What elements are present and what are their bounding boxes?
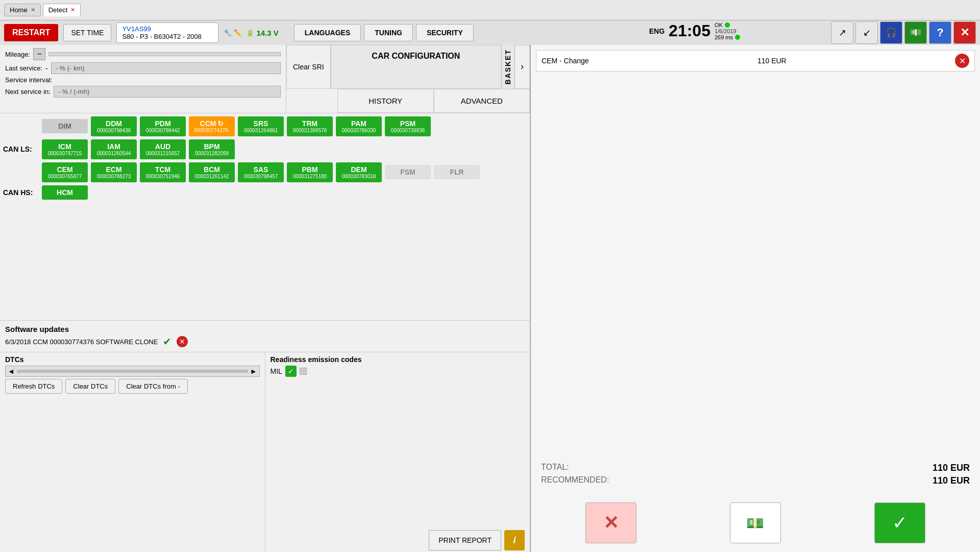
expand-basket-button[interactable]: › xyxy=(514,45,530,89)
readiness-title: Readiness emission codes xyxy=(271,355,525,364)
module-pbm-code: 000031275180 xyxy=(293,174,327,179)
module-ddm[interactable]: DDM 000030798436 xyxy=(91,116,137,136)
software-title: Software updates xyxy=(5,325,525,333)
module-section: DIM DDM 000030798436 PDM 000030798442 CC… xyxy=(0,113,530,321)
confirm-action-button[interactable]: ✓ xyxy=(874,502,925,543)
module-cem[interactable]: CEM 000030765877 xyxy=(42,162,88,182)
security-button[interactable]: SECURITY xyxy=(416,24,474,41)
module-pam[interactable]: PAM 000030786030 xyxy=(336,116,382,136)
total-row: TOTAL: 110 EUR xyxy=(541,463,970,473)
payment-button[interactable]: 💵 xyxy=(904,21,927,44)
module-psm-name: PSM xyxy=(400,119,415,128)
ok-label: OK xyxy=(715,22,723,28)
software-entry: 6/3/2018 CCM 000030774376 SOFTWARE CLONE… xyxy=(5,335,525,348)
dtc-section: DTCs ◄ ► Refresh DTCs Clear DTCs Clear D… xyxy=(0,352,265,552)
refresh-dtcs-button[interactable]: Refresh DTCs xyxy=(5,379,62,394)
module-tcm[interactable]: TCM 000030751946 xyxy=(140,162,186,182)
close-app-button[interactable]: ✕ xyxy=(953,21,976,44)
help-button[interactable]: ? xyxy=(929,21,951,44)
mileage-minus-button[interactable]: − xyxy=(33,48,45,60)
languages-button[interactable]: LANGUAGES xyxy=(294,24,361,41)
print-row: PRINT REPORT i xyxy=(271,530,525,550)
software-remove-button[interactable]: ✕ xyxy=(177,336,188,347)
info-button[interactable]: i xyxy=(504,530,525,550)
module-ccm-code: 000030774376- xyxy=(194,128,230,133)
service-interval-row: Service interval: xyxy=(5,76,281,84)
pay-action-button[interactable]: 💵 xyxy=(730,502,781,543)
battery-icon: 🔋 xyxy=(246,29,254,37)
battery-info: 🔧 ✏️ 🔋 14.3 V xyxy=(224,29,278,37)
module-bpm[interactable]: BPM 000031282099 xyxy=(189,139,235,159)
module-bpm-code: 000031282099 xyxy=(195,151,229,156)
left-panel: Mileage: − Last service: - - % (- km) Se… xyxy=(0,45,531,552)
module-aud-name: AUD xyxy=(155,142,170,151)
clear-dtcs-button[interactable]: Clear DTCs xyxy=(65,379,115,394)
tab-home[interactable]: Home ✕ xyxy=(4,4,41,16)
module-dim-name: DIM xyxy=(58,122,71,130)
module-ccm-name: CCM xyxy=(200,119,216,128)
readiness-check-icon: ✓ xyxy=(285,366,297,377)
headphone-icon: 🎧 xyxy=(886,27,897,38)
restart-button[interactable]: RESTART xyxy=(4,24,58,41)
module-pbm[interactable]: PBM 000031275180 xyxy=(287,162,333,182)
module-pdm[interactable]: PDM 000030798442 xyxy=(140,116,186,136)
date-status-area: OK 1/6/2019 269 ms xyxy=(715,22,740,40)
module-flr[interactable]: FLR xyxy=(434,165,480,179)
tab-detect[interactable]: Detect ✕ xyxy=(43,4,81,16)
module-flr-name: FLR xyxy=(450,168,463,176)
module-hcm[interactable]: HCM xyxy=(42,185,88,200)
software-check-icon: ✔ xyxy=(163,335,172,348)
module-ddm-name: DDM xyxy=(106,119,122,128)
cancel-action-button[interactable]: ✕ xyxy=(585,502,636,543)
right-panel: CEM - Change 110 EUR ✕ TOTAL: 110 EUR RE… xyxy=(531,45,980,552)
module-pbm-name: PBM xyxy=(302,165,317,174)
module-cem-name: CEM xyxy=(57,165,72,174)
module-ccm[interactable]: CCM ↻ 000030774376- xyxy=(189,116,235,136)
module-sas[interactable]: SAS 000030798457 xyxy=(238,162,284,182)
recommended-label: RECOMMENDED: xyxy=(541,475,609,486)
module-trm[interactable]: TRM 000031399576 xyxy=(287,116,333,136)
module-ccm-header: CCM ↻ xyxy=(200,119,224,128)
module-cem-code: 000030765877 xyxy=(48,174,82,179)
module-dim[interactable]: DIM xyxy=(42,119,88,133)
next-service-label: Next service in: xyxy=(5,88,51,95)
resize-out-button[interactable]: ↗ xyxy=(831,21,853,44)
date-display: 1/6/2019 xyxy=(715,28,740,34)
basket-item-remove-button[interactable]: ✕ xyxy=(955,54,969,68)
module-row-3: CEM 000030765877 ECM 000030788273 TCM 00… xyxy=(3,162,527,182)
close-icon: ✕ xyxy=(960,26,969,39)
module-ecm[interactable]: ECM 000030788273 xyxy=(91,162,137,182)
module-ecm-code: 000030788273 xyxy=(97,174,131,179)
set-time-button[interactable]: SET TIME xyxy=(63,24,111,41)
module-iam[interactable]: IAM 000031260544 xyxy=(91,139,137,159)
advanced-button[interactable]: ADVANCED xyxy=(434,89,530,113)
clear-dtcs-from-button[interactable]: Clear DTCs from - xyxy=(118,379,187,394)
module-dem[interactable]: DEM 000030783018 xyxy=(336,162,382,182)
module-row-can-ls: CAN LS: ICM 000030797715 IAM 00003126054… xyxy=(3,139,527,159)
vehicle-info: YV1AS99 S80 - P3 - B6304T2 - 2008 xyxy=(116,22,218,43)
tab-home-label: Home xyxy=(10,6,28,14)
top-info-row: Mileage: − Last service: - - % (- km) Se… xyxy=(0,45,530,113)
resize-in-button[interactable]: ↙ xyxy=(855,21,878,44)
tuning-button[interactable]: TUNING xyxy=(364,24,413,41)
clear-sri-button[interactable]: Clear SRI xyxy=(286,45,331,89)
basket-item: CEM - Change 110 EUR ✕ xyxy=(536,50,975,71)
ccm-loading-icon: ↻ xyxy=(217,119,224,128)
module-psm[interactable]: PSM 000030739836 xyxy=(385,116,431,136)
module-icm[interactable]: ICM 000030797715 xyxy=(42,139,88,159)
tab-home-close[interactable]: ✕ xyxy=(31,7,35,13)
module-srs[interactable]: SRS 000031264861 xyxy=(238,116,284,136)
tab-detect-close[interactable]: ✕ xyxy=(70,7,75,13)
dtc-scroll-right[interactable]: ► xyxy=(250,367,257,375)
module-hcm-name: HCM xyxy=(57,188,73,197)
headphone-button[interactable]: 🎧 xyxy=(880,21,902,44)
vehicle-vin: YV1AS99 xyxy=(122,25,213,33)
dtc-scroll-left[interactable]: ◄ xyxy=(8,367,15,375)
module-bcm[interactable]: BCM 000031261142 xyxy=(189,162,235,182)
module-aud[interactable]: AUD 000031215657 xyxy=(140,139,186,159)
module-ecm-name: ECM xyxy=(106,165,121,174)
module-pam-name: PAM xyxy=(351,119,366,128)
module-fsm[interactable]: FSM xyxy=(385,165,431,179)
history-button[interactable]: HISTORY xyxy=(337,89,434,113)
print-report-button[interactable]: PRINT REPORT xyxy=(429,530,501,550)
